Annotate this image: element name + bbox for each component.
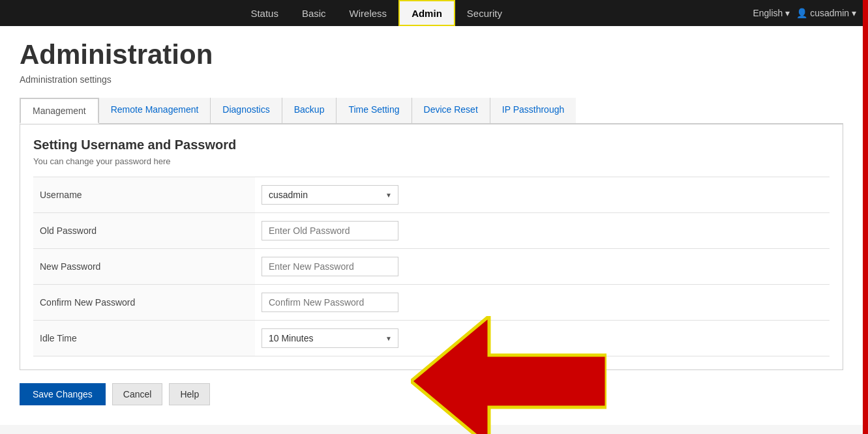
field-value-username: cusadmin: [255, 177, 830, 213]
idle-time-select[interactable]: 5 Minutes 10 Minutes 15 Minutes 30 Minut…: [262, 328, 398, 348]
form-area: Setting Username and Password You can ch…: [20, 124, 843, 370]
navbar: Status Basic Wireless Admin Security Eng…: [0, 0, 863, 26]
navbar-right: English ▾ 👤 cusadmin ▾: [753, 8, 863, 18]
old-password-input[interactable]: [262, 221, 398, 240]
help-button[interactable]: Help: [169, 383, 210, 405]
form-section-title: Setting Username and Password: [33, 137, 830, 152]
page-subtitle: Administration settings: [20, 74, 843, 85]
field-label-idle-time: Idle Time: [33, 321, 255, 356]
field-value-old-password: [255, 213, 830, 249]
nav-admin[interactable]: Admin: [398, 0, 455, 26]
new-password-input[interactable]: [262, 257, 398, 276]
nav-security[interactable]: Security: [455, 0, 514, 26]
table-row: Confirm New Password: [33, 285, 830, 321]
button-area: Save Changes Cancel Help: [20, 370, 843, 412]
cancel-button[interactable]: Cancel: [112, 383, 163, 405]
username-select-wrapper: cusadmin: [262, 185, 398, 205]
field-label-username: Username: [33, 177, 255, 213]
settings-table: Username cusadmin Old Pas: [33, 177, 830, 356]
tab-time-setting[interactable]: Time Setting: [337, 98, 412, 123]
table-row: Old Password: [33, 213, 830, 249]
nav-basic[interactable]: Basic: [290, 0, 338, 26]
form-section-desc: You can change your password here: [33, 156, 830, 166]
nav-status[interactable]: Status: [239, 0, 290, 26]
page-title: Administration: [20, 39, 843, 70]
field-label-new-password: New Password: [33, 249, 255, 285]
field-label-confirm-password: Confirm New Password: [33, 285, 255, 321]
language-selector[interactable]: English ▾: [753, 8, 790, 18]
user-icon: 👤: [796, 8, 807, 18]
table-row: New Password: [33, 249, 830, 285]
tab-remote-management[interactable]: Remote Management: [99, 98, 211, 123]
table-row: Idle Time 5 Minutes 10 Minutes 15 Minute…: [33, 321, 830, 356]
field-label-old-password: Old Password: [33, 213, 255, 249]
user-menu[interactable]: 👤 cusadmin ▾: [796, 8, 856, 18]
tab-device-reset[interactable]: Device Reset: [412, 98, 490, 123]
idle-time-select-wrapper: 5 Minutes 10 Minutes 15 Minutes 30 Minut…: [262, 328, 398, 348]
nav-menu: Status Basic Wireless Admin Security: [0, 0, 753, 26]
user-label: cusadmin ▾: [810, 8, 856, 18]
field-value-idle-time: 5 Minutes 10 Minutes 15 Minutes 30 Minut…: [255, 321, 830, 356]
form-section: Setting Username and Password You can ch…: [20, 124, 843, 370]
confirm-password-input[interactable]: [262, 293, 398, 312]
nav-wireless[interactable]: Wireless: [338, 0, 399, 26]
main-content: Administration Administration settings M…: [0, 26, 863, 425]
save-button[interactable]: Save Changes: [20, 383, 106, 405]
tab-management[interactable]: Management: [20, 98, 99, 124]
tab-ip-passthrough[interactable]: IP Passthrough: [490, 98, 576, 123]
tab-diagnostics[interactable]: Diagnostics: [211, 98, 282, 123]
field-value-confirm-password: [255, 285, 830, 321]
table-row: Username cusadmin: [33, 177, 830, 213]
tab-backup[interactable]: Backup: [282, 98, 337, 123]
field-value-new-password: [255, 249, 830, 285]
tab-bar: Management Remote Management Diagnostics…: [20, 98, 843, 124]
username-select[interactable]: cusadmin: [262, 185, 398, 205]
